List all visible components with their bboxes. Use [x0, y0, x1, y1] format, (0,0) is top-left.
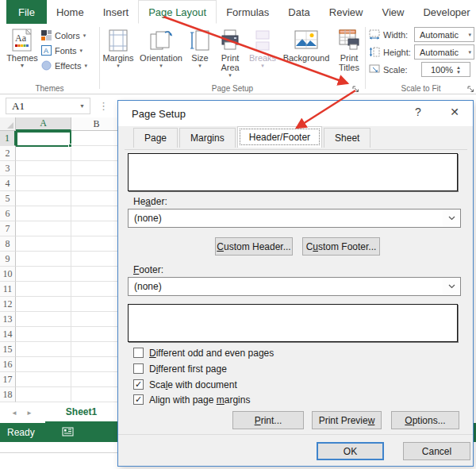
- grid-cell[interactable]: [16, 357, 71, 372]
- grid-cell[interactable]: [16, 297, 71, 312]
- grid-cell[interactable]: [71, 297, 122, 312]
- grid-cell[interactable]: [71, 176, 122, 191]
- cancel-button[interactable]: Cancel: [403, 442, 470, 460]
- custom-header-button[interactable]: Custom Header...: [215, 237, 293, 256]
- row-header-9[interactable]: 9: [0, 252, 16, 267]
- grid-cell[interactable]: [71, 387, 122, 402]
- row-header-12[interactable]: 12: [0, 297, 16, 312]
- grid-cell[interactable]: [71, 282, 122, 297]
- menu-tab-data[interactable]: Data: [278, 0, 319, 24]
- grid-cell[interactable]: [71, 342, 122, 357]
- row-header-13[interactable]: 13: [0, 312, 16, 327]
- colors-button[interactable]: Colors ▾: [41, 28, 87, 43]
- tab-sheet[interactable]: Sheet: [324, 128, 370, 148]
- tab-margins[interactable]: Margins: [179, 128, 236, 148]
- row-header-10[interactable]: 10: [0, 267, 16, 282]
- grid-cell[interactable]: [71, 161, 122, 176]
- grid-cell[interactable]: [71, 357, 122, 372]
- fonts-button[interactable]: A Fonts ▾: [41, 43, 87, 58]
- name-box[interactable]: A1 ▼: [6, 98, 90, 114]
- sheet-tab-sheet1[interactable]: Sheet1: [45, 402, 117, 423]
- page-setup-dialog-launcher[interactable]: [352, 83, 361, 91]
- dialog-close-button[interactable]: ✕: [446, 106, 463, 121]
- column-header-a[interactable]: A: [16, 117, 71, 131]
- print-preview-button[interactable]: Print Preview: [312, 411, 382, 429]
- checkbox-scale-with-document[interactable]: ✓ Scale with document: [133, 379, 237, 390]
- size-button[interactable]: Size ▾: [186, 25, 214, 69]
- checkbox-box[interactable]: ✓: [133, 379, 144, 390]
- print-titles-button[interactable]: Print Titles: [333, 25, 365, 72]
- column-header-b[interactable]: B: [71, 117, 122, 131]
- grid-cell[interactable]: [16, 191, 71, 206]
- select-all-corner[interactable]: [0, 117, 16, 131]
- margins-button[interactable]: Margins ▾: [100, 25, 136, 69]
- name-box-arrow-icon[interactable]: ▼: [79, 103, 90, 110]
- menu-tab-developer[interactable]: Developer: [413, 0, 476, 24]
- row-header-8[interactable]: 8: [0, 236, 16, 252]
- sheet-nav-next-icon[interactable]: ►: [26, 409, 33, 417]
- row-header-14[interactable]: 14: [0, 327, 16, 342]
- grid-cell[interactable]: [71, 267, 122, 282]
- menu-tab-page-layout[interactable]: Page Layout: [138, 0, 217, 24]
- grid-cell[interactable]: [16, 312, 71, 327]
- grid-cell[interactable]: [16, 236, 71, 252]
- background-button[interactable]: Background: [279, 25, 333, 63]
- grid-cell[interactable]: [71, 252, 122, 267]
- print-button[interactable]: Print...: [232, 411, 304, 429]
- grid-cell[interactable]: [16, 387, 71, 402]
- scale-to-fit-dialog-launcher[interactable]: [467, 83, 476, 91]
- grid-cell[interactable]: [16, 282, 71, 297]
- footer-dropdown[interactable]: (none): [128, 277, 461, 296]
- selected-cell-a1[interactable]: [16, 131, 71, 147]
- effects-button[interactable]: Effects ▾: [41, 58, 87, 73]
- custom-footer-button[interactable]: Custom Footer...: [302, 237, 380, 256]
- grid-cell[interactable]: [71, 146, 122, 161]
- grid-cell[interactable]: [71, 221, 122, 236]
- row-header-4[interactable]: 4: [0, 176, 16, 191]
- menu-tab-insert[interactable]: Insert: [94, 0, 139, 24]
- row-header-15[interactable]: 15: [0, 342, 16, 357]
- grid-cell[interactable]: [16, 372, 71, 387]
- print-area-button[interactable]: Print Area ▾: [214, 25, 246, 79]
- grid-cell[interactable]: [16, 161, 71, 176]
- themes-button[interactable]: Aa Themes ▼: [5, 25, 40, 69]
- row-header-16[interactable]: 16: [0, 357, 16, 372]
- orientation-button[interactable]: Orientation ▾: [136, 25, 186, 69]
- grid-cell[interactable]: [71, 191, 122, 206]
- grid-cell[interactable]: [16, 206, 71, 221]
- height-combobox[interactable]: Automatic ▾: [414, 44, 474, 60]
- options-button[interactable]: Options...: [391, 411, 459, 429]
- grid-cell[interactable]: [71, 327, 122, 342]
- menu-tab-formulas[interactable]: Formulas: [217, 0, 278, 24]
- row-header-5[interactable]: 5: [0, 191, 16, 206]
- macro-record-icon[interactable]: [62, 427, 74, 439]
- grid-cell[interactable]: [16, 327, 71, 342]
- grid-cell[interactable]: [16, 267, 71, 282]
- row-header-2[interactable]: 2: [0, 146, 16, 161]
- menu-tab-review[interactable]: Review: [320, 0, 373, 24]
- dialog-help-button[interactable]: ?: [409, 106, 427, 121]
- grid-cell[interactable]: [16, 146, 71, 161]
- row-header-1[interactable]: 1: [0, 131, 16, 146]
- checkbox-different-first-page[interactable]: Different first page: [133, 363, 227, 375]
- grid-cell[interactable]: [16, 176, 71, 191]
- width-combobox[interactable]: Automatic ▾: [414, 27, 474, 42]
- grid-cell[interactable]: [16, 252, 71, 267]
- menu-tab-home[interactable]: Home: [47, 0, 94, 24]
- menu-tab-view[interactable]: View: [372, 0, 413, 24]
- checkbox-box[interactable]: ✓: [133, 394, 144, 405]
- checkbox-box[interactable]: [133, 348, 144, 358]
- row-header-7[interactable]: 7: [0, 221, 16, 236]
- fill-handle[interactable]: [68, 144, 72, 148]
- scale-spinner[interactable]: 100% ▲▼: [421, 62, 470, 77]
- menu-tab-file[interactable]: File: [6, 0, 47, 24]
- grid-cell[interactable]: [16, 342, 71, 357]
- row-header-6[interactable]: 6: [0, 206, 16, 221]
- tab-page[interactable]: Page: [133, 128, 178, 148]
- checkbox-align-page-margins[interactable]: ✓ Align with page margins: [133, 394, 250, 406]
- row-header-17[interactable]: 17: [0, 372, 16, 387]
- ok-button[interactable]: OK: [317, 442, 384, 460]
- row-header-18[interactable]: 18: [0, 387, 16, 402]
- grid-cell[interactable]: [71, 131, 122, 146]
- grid-cell[interactable]: [71, 372, 122, 387]
